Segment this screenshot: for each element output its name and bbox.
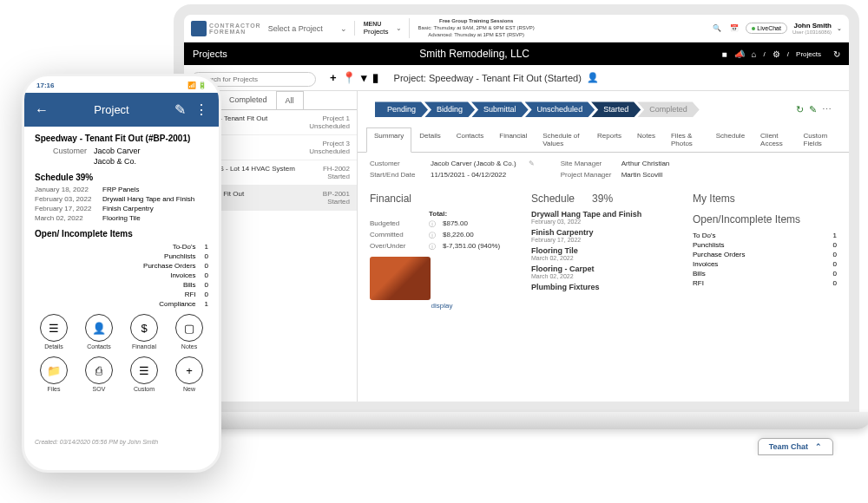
chevron-down-icon: ⌄ [396,24,402,32]
filter-icon[interactable]: ▾ [361,71,367,84]
person-icon[interactable]: 👤 [587,72,599,83]
financial-title: Financial [370,193,514,205]
subtab-files[interactable]: Files & Photos [663,127,708,152]
phone-notch [78,76,165,92]
subtab-details[interactable]: Details [411,127,448,152]
projectmanager-value: Martin Scovill [621,171,663,179]
calendar-icon[interactable]: 📅 [728,23,740,35]
breadcrumb[interactable]: Projects [796,50,821,58]
status-icons: 📶 🔋 [187,82,207,89]
subtab-notes[interactable]: Notes [629,127,663,152]
gear-icon[interactable]: ⚙ [773,49,780,59]
logo-icon [191,21,207,36]
subtab-schedule[interactable]: Schedule [708,127,753,152]
committed-label: Committed [370,231,422,240]
date-label: Start/End Date [370,171,422,179]
phone-action-custom[interactable]: ☰Custom [125,356,163,392]
breadcrumb-bar: Projects Smith Remodeling, LLC ■ 📣 ⌂ / ⚙… [184,42,849,65]
livechat-button[interactable]: LiveChat [746,23,787,34]
tab-all[interactable]: All [276,91,304,109]
training-basic: Basic: Thursday at 9AM, 2PM & 9PM EST (R… [418,25,535,32]
subtab-contacts[interactable]: Contacts [449,127,492,152]
columns-icon[interactable]: ▮ [372,71,378,84]
myitems-title: My Items [693,193,837,205]
phase-completed[interactable]: Completed [637,101,700,117]
subtab-summary[interactable]: Summary [366,127,411,153]
phone-action-details[interactable]: ☰Details [35,314,73,349]
tab-completed[interactable]: Completed [220,91,276,109]
chevron-down-icon: ⌄ [340,24,347,33]
project-selector[interactable]: Select a Project ⌄ [268,24,347,33]
phone-action-notes[interactable]: ▢Notes [170,314,208,349]
edit-icon[interactable]: ✎ [809,104,817,115]
phone-customer-val1: Jacob Carver [94,147,141,155]
chevron-down-icon: ⌄ [837,25,842,32]
edit-icon[interactable]: ✎ [529,160,535,167]
budgeted-value: $875.00 [443,219,468,229]
phone-action-new[interactable]: +New [170,356,208,392]
sitemanager-value: Arthur Christian [621,160,670,167]
back-icon[interactable]: ← [35,102,49,118]
sitemanager-label: Site Manager [561,160,613,167]
laptop-device: CONTRACTORFOREMAN Select a Project ⌄ MEN… [174,4,859,455]
phase-unscheduled[interactable]: Unscheduled [525,101,595,117]
menu-dropdown[interactable]: MENU Projects [354,21,389,36]
sov-icon: ⎙ [85,356,113,384]
search-icon[interactable]: 🔍 [711,23,723,35]
menu-value: Projects [364,28,389,36]
myitems-panel: My Items Open/Incomplete Items To Do's1 … [693,193,837,310]
phone-project-name: Speedway - Tenant Fit Out (#BP-2001) [35,134,208,143]
phone-action-financial[interactable]: $Financial [125,314,163,349]
brand-name: CONTRACTOR [209,23,261,29]
subtab-financial[interactable]: Financial [491,127,535,152]
laptop-base [161,412,868,429]
over-value: $-7,351.00 (940%) [443,242,500,252]
phone-action-sov[interactable]: ⎙SOV [80,356,118,392]
pin-icon[interactable]: 📍 [342,71,356,84]
announce-icon[interactable]: 📣 [734,49,745,59]
thumbnail-label[interactable]: display [370,302,514,310]
projectmanager-label: Project Manager [561,171,613,179]
thumbnail-image[interactable] [370,257,431,300]
subtab-client[interactable]: Client Access [753,127,795,152]
more-icon[interactable]: ⋮ [194,101,208,118]
phone-action-contacts[interactable]: 👤Contacts [80,314,118,349]
contacts-icon: 👤 [85,314,113,342]
open-items-title: Open/Incomplete Items [693,213,837,225]
user-id: User (10316086) [792,29,832,35]
phone-schedule-title: Schedule 39% [35,173,208,182]
committed-value: $8,226.00 [443,231,474,240]
more-icon[interactable]: ⋯ [822,104,832,115]
refresh-icon[interactable]: ↻ [796,104,804,115]
customer-value: Jacob Carver (Jacob & Co.) [431,160,516,167]
user-menu[interactable]: John Smith User (10316086) [792,22,832,35]
phase-bidding[interactable]: Bidding [424,101,475,117]
subtab-sov[interactable]: Schedule of Values [535,127,589,152]
phase-started[interactable]: Started [591,101,641,117]
page-title: Projects [193,49,227,59]
phone-customer-label: Customer [35,147,87,155]
schedule-pct: 39% [592,193,613,205]
budgeted-label: Budgeted [370,219,422,229]
schedule-title: Schedule [531,193,575,205]
brand-suffix: FOREMAN [209,29,261,35]
refresh-icon[interactable]: ↻ [833,49,840,59]
add-icon[interactable]: + [330,71,337,84]
phone-action-files[interactable]: 📁Files [35,356,73,392]
project-heading: Project: Speedway - Tenant Fit Out (Star… [394,73,582,83]
notes-icon: ▢ [175,314,203,342]
edit-icon[interactable]: ✎ [174,101,186,118]
subtab-custom[interactable]: Custom Fields [796,127,840,152]
phase-pending[interactable]: Pending [375,101,428,117]
dollar-icon: $ [130,314,158,342]
logo[interactable]: CONTRACTORFOREMAN [191,21,261,36]
details-icon: ☰ [40,314,68,342]
subtab-reports[interactable]: Reports [589,127,629,152]
date-value: 11/15/2021 - 04/12/2022 [431,171,506,179]
home-icon[interactable]: ⌂ [752,49,757,59]
custom-icon: ☰ [130,356,158,384]
training-info: Free Group Training Sessions Basic: Thur… [409,18,535,38]
phone-footer: Created: 03/14/2020 05:56 PM by John Smi… [24,439,219,445]
video-icon[interactable]: ■ [722,49,727,59]
phase-submittal[interactable]: Submittal [471,101,529,117]
